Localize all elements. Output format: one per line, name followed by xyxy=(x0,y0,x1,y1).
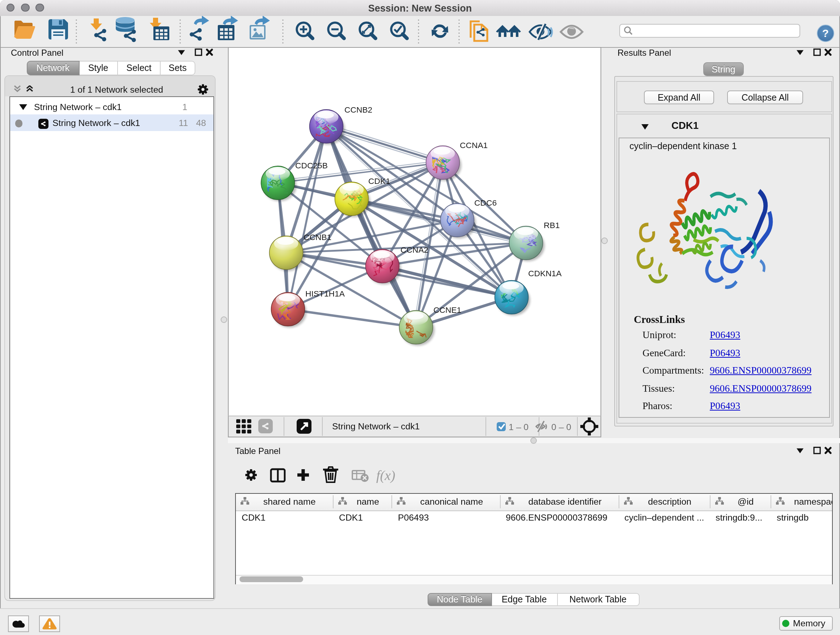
svg-text:RB1: RB1 xyxy=(544,220,560,230)
svg-text:CCNB1: CCNB1 xyxy=(303,233,332,242)
svg-text:CDC6: CDC6 xyxy=(474,198,497,207)
svg-text:HIST1H1A: HIST1H1A xyxy=(305,289,345,298)
svg-text:CDKN1A: CDKN1A xyxy=(528,269,562,278)
svg-text:f(x): f(x) xyxy=(376,468,395,483)
svg-text:CDK1: CDK1 xyxy=(368,176,390,186)
svg-text:CCNA1: CCNA1 xyxy=(460,141,488,150)
svg-text:CCNE1: CCNE1 xyxy=(433,305,461,315)
svg-text:CCNA2: CCNA2 xyxy=(401,245,428,255)
svg-text:CCNB2: CCNB2 xyxy=(344,105,372,114)
svg-text:CDC25B: CDC25B xyxy=(295,161,328,170)
